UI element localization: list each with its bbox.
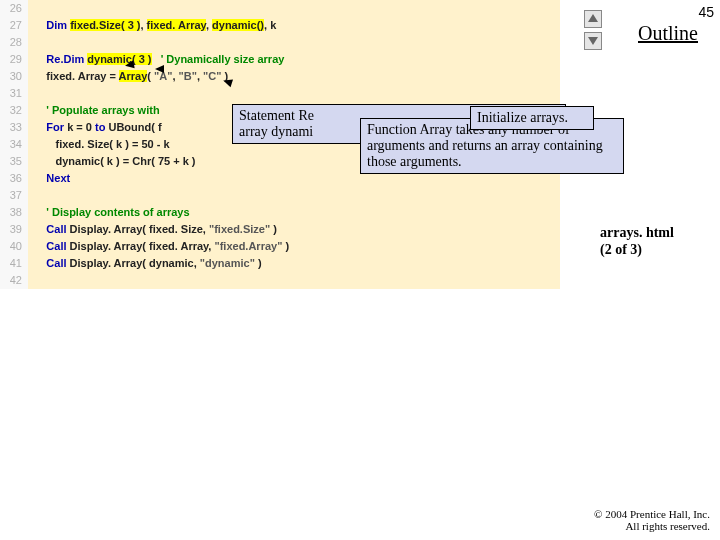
line-number: 42	[0, 272, 28, 289]
arrow-head-icon	[124, 60, 134, 69]
line-number: 32	[0, 102, 28, 119]
line-number: 29	[0, 51, 28, 68]
file-label: arrays. html(2 of 3)	[600, 225, 710, 259]
code-line: 31	[0, 85, 560, 102]
page-number: 45	[698, 4, 714, 20]
line-number: 35	[0, 153, 28, 170]
line-number: 39	[0, 221, 28, 238]
line-number: 27	[0, 17, 28, 34]
code-line: 37	[0, 187, 560, 204]
arrow-head-icon	[155, 65, 164, 73]
code-line: 39 Call Display. Array( fixed. Size, "fi…	[0, 221, 560, 238]
nav-up-icon[interactable]	[584, 10, 602, 28]
line-number: 28	[0, 34, 28, 51]
copyright: © 2004 Prentice Hall, Inc.All rights res…	[594, 508, 710, 532]
line-number: 38	[0, 204, 28, 221]
line-number: 41	[0, 255, 28, 272]
nav-down-icon[interactable]	[584, 32, 602, 50]
nav-buttons	[584, 10, 604, 54]
line-number: 37	[0, 187, 28, 204]
line-number: 40	[0, 238, 28, 255]
callout-initialize-arrays: Initialize arrays.	[470, 106, 594, 130]
code-line: 27 Dim fixed.Size( 3 ), fixed. Array, dy…	[0, 17, 560, 34]
code-line: 29 Re.Dim dynamic( 3 ) ' Dynamically siz…	[0, 51, 560, 68]
line-number: 33	[0, 119, 28, 136]
outline-button[interactable]: Outline	[638, 22, 698, 45]
code-line: 40 Call Display. Array( fixed. Array, "f…	[0, 238, 560, 255]
line-number: 26	[0, 0, 28, 17]
line-number: 34	[0, 136, 28, 153]
code-line: 26	[0, 0, 560, 17]
code-line: 28	[0, 34, 560, 51]
line-number: 30	[0, 68, 28, 85]
code-line: 41 Call Display. Array( dynamic, "dynami…	[0, 255, 560, 272]
code-line: 38 ' Display contents of arrays	[0, 204, 560, 221]
line-number: 36	[0, 170, 28, 187]
code-line: 30 fixed. Array = Array( "A", "B", "C" )	[0, 68, 560, 85]
code-line: 42	[0, 272, 560, 289]
line-number: 31	[0, 85, 28, 102]
